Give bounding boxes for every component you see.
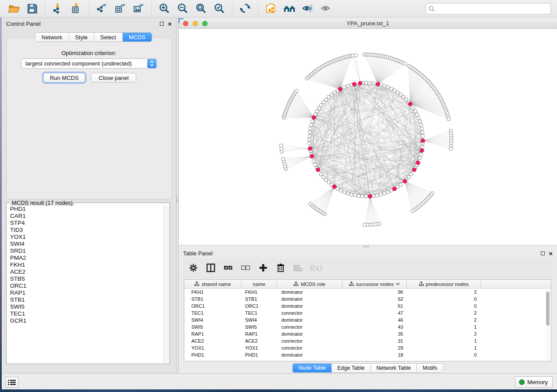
- export-network-button[interactable]: [93, 1, 111, 16]
- toggle-columns-button[interactable]: [205, 262, 216, 274]
- table-scrollbar[interactable]: [545, 289, 550, 361]
- column-header-name[interactable]: name: [242, 280, 277, 288]
- table-row[interactable]: ACE2ACE2connector311: [184, 337, 551, 344]
- tab-motifs[interactable]: Motifs: [417, 364, 443, 372]
- mcds-result-item[interactable]: SWI5: [7, 303, 163, 310]
- cell-shared_name: RAP1: [184, 330, 242, 337]
- cell-shared_name: ORC1: [184, 303, 242, 309]
- network-window-titlebar[interactable]: YPA_prune.txt_1: [179, 18, 557, 29]
- export-image-button[interactable]: [129, 1, 148, 16]
- column-header-successor-nodes[interactable]: successor nodes: [343, 280, 407, 288]
- table-row[interactable]: ORC1ORC1dominator610: [184, 303, 551, 309]
- close-panel-icon[interactable]: ×: [168, 22, 172, 26]
- search-input[interactable]: [426, 3, 551, 14]
- delete-column-icon: [276, 263, 285, 272]
- refresh-view-button[interactable]: [236, 1, 254, 16]
- mcds-result-item[interactable]: STB5: [7, 275, 163, 282]
- node-table: shared namename MCDS role successor node…: [184, 279, 551, 361]
- cell-name: YOX1: [242, 344, 277, 351]
- table-settings-button[interactable]: [187, 262, 199, 274]
- task-history-button[interactable]: [5, 377, 18, 388]
- optimization-select[interactable]: largest connected component (undirected): [21, 58, 157, 69]
- tab-select[interactable]: Select: [94, 33, 123, 41]
- mcds-result-item[interactable]: TEC1: [7, 310, 163, 317]
- zoom-out-button[interactable]: [173, 1, 192, 16]
- cell-mcds_role: dominator: [277, 351, 343, 358]
- column-header-shared-name[interactable]: shared name: [184, 280, 242, 288]
- delete-column-button[interactable]: [275, 262, 286, 274]
- table-row[interactable]: SWI5SWI5connector431: [184, 323, 551, 330]
- import-network-button[interactable]: [48, 1, 67, 16]
- cell-mcds_role: dominator: [277, 303, 343, 309]
- mcds-result-item[interactable]: FKH1: [7, 261, 163, 268]
- select-all-rows-button[interactable]: [222, 262, 234, 274]
- float-table-panel-icon[interactable]: [541, 251, 545, 255]
- mcds-list-scrollbar[interactable]: [163, 206, 169, 363]
- mcds-result-item[interactable]: SRD1: [7, 248, 163, 254]
- mcds-result-item[interactable]: GCR1: [7, 317, 163, 324]
- zoom-in-button[interactable]: [155, 1, 173, 16]
- mcds-result-item[interactable]: ACE2: [7, 268, 163, 275]
- zoom-fit-button[interactable]: [192, 1, 210, 16]
- clone-network-button[interactable]: [262, 1, 280, 16]
- tab-style[interactable]: Style: [69, 33, 94, 41]
- cell-successor_nodes: 61: [343, 303, 407, 309]
- mcds-result-item[interactable]: RAP1: [7, 289, 163, 296]
- open-file-button[interactable]: [4, 1, 23, 16]
- tab-node-table[interactable]: Node Table: [293, 364, 332, 372]
- table-toolbar: f(x): [183, 258, 553, 278]
- save-session-button[interactable]: [23, 1, 41, 16]
- control-panel-tabs: Network Style Select MCDS: [35, 32, 152, 42]
- tab-network-table[interactable]: Network Table: [371, 364, 417, 372]
- table-row[interactable]: PHD1PHD1dominator180: [184, 351, 551, 358]
- mcds-result-item[interactable]: YOX1: [7, 234, 163, 241]
- mcds-result-item[interactable]: SWI4: [7, 241, 163, 248]
- network-canvas[interactable]: [179, 29, 557, 244]
- cell-name: ACE2: [242, 337, 277, 344]
- import-table-button[interactable]: [67, 1, 85, 16]
- column-header-MCDS-role[interactable]: MCDS role: [277, 280, 343, 288]
- float-panel-icon[interactable]: [160, 22, 164, 26]
- table-row[interactable]: RAP1RAP1dominator352: [184, 330, 551, 337]
- hide-selected-button[interactable]: [298, 1, 317, 16]
- mcds-result-item[interactable]: PHD1: [7, 206, 163, 213]
- tab-edge-table[interactable]: Edge Table: [332, 364, 370, 372]
- table-body: FKH1FKH1dominator962STB1STB1dominator620…: [184, 289, 551, 358]
- table-scrollbar-thumb[interactable]: [546, 292, 550, 326]
- mcds-result-item[interactable]: CAR1: [7, 213, 163, 220]
- first-neighbors-button[interactable]: [280, 1, 298, 16]
- cell-predecessor_nodes: 2: [407, 309, 481, 316]
- toolbar-separator: [151, 2, 152, 15]
- tab-mcds[interactable]: MCDS: [123, 33, 152, 41]
- table-row[interactable]: SWI4SWI4dominator462: [184, 316, 551, 323]
- table-row[interactable]: TEC1TEC1connector472: [184, 309, 551, 316]
- tab-network[interactable]: Network: [35, 33, 69, 41]
- mcds-result-item[interactable]: TID3: [7, 227, 163, 234]
- optimization-select-value: largest connected component (undirected): [21, 60, 147, 67]
- toolbar-separator: [232, 2, 232, 15]
- table-row[interactable]: YOX1YOX1connector291: [184, 344, 551, 351]
- mcds-result-item[interactable]: ORC1: [7, 282, 163, 289]
- export-table-button[interactable]: [111, 1, 129, 16]
- run-mcds-button[interactable]: Run MCDS: [43, 73, 85, 83]
- close-table-panel-icon[interactable]: ×: [549, 251, 553, 255]
- memory-button[interactable]: Memory: [515, 376, 553, 388]
- add-column-button[interactable]: [257, 262, 269, 274]
- mcds-result-item[interactable]: STB1: [7, 296, 163, 303]
- cell-successor_nodes: 43: [343, 323, 407, 330]
- table-row[interactable]: FKH1FKH1dominator962: [184, 289, 551, 296]
- close-panel-button[interactable]: Close panel: [91, 73, 136, 83]
- table-row[interactable]: STB1STB1dominator620: [184, 296, 551, 303]
- mcds-result-item[interactable]: STP4: [7, 220, 163, 227]
- toolbar-separator: [89, 2, 89, 15]
- cell-shared_name: YOX1: [184, 344, 242, 351]
- mcds-result-item[interactable]: PMA2: [7, 254, 163, 261]
- column-namespace-icon: [349, 282, 354, 286]
- deselect-all-rows-button[interactable]: [240, 262, 251, 274]
- show-all-button[interactable]: [317, 1, 335, 16]
- clone-network-icon: [265, 3, 277, 14]
- zoom-selected-button[interactable]: [210, 1, 228, 16]
- list-icon: [8, 379, 16, 385]
- column-header-predecessor-nodes[interactable]: predecessor nodes: [407, 280, 481, 288]
- cell-name: TEC1: [242, 309, 277, 316]
